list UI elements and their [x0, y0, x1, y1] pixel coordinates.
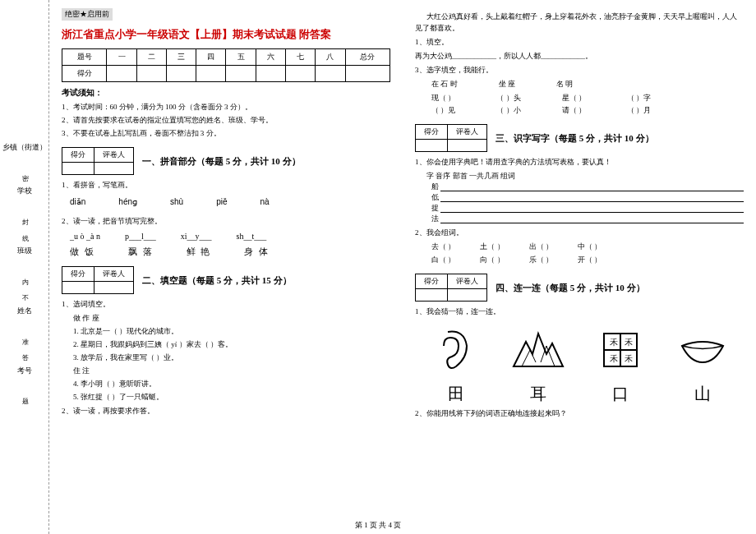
sec2-i5: 5. 张红捉（ ）了一只蜻蜓。 [73, 392, 390, 403]
sec3-q2: 2、我会组词。 [415, 228, 744, 238]
th-4: 四 [196, 49, 226, 66]
score-row-label: 得分 [62, 66, 107, 82]
svg-text:禾: 禾 [610, 354, 618, 363]
th-1: 一 [107, 49, 136, 66]
sec2-title: 二、填空题（每题 5 分，共计 15 分） [142, 274, 292, 287]
sec4-grader: 得分评卷人 [415, 274, 487, 302]
dict-header: 字 音序 部首 一共几画 组词 [426, 171, 744, 182]
sec2-q2: 2、读一读，再按要求作答。 [62, 406, 390, 417]
th-5: 五 [226, 49, 256, 66]
field-icon: 禾禾禾禾 [592, 325, 649, 375]
notice-header: 考试须知： [62, 87, 390, 99]
svg-text:禾: 禾 [625, 354, 633, 363]
th-0: 题号 [62, 49, 107, 66]
notice-1: 1、考试时间：60 分钟，满分为 100 分（含卷面分 3 分）。 [62, 102, 390, 113]
svg-text:禾: 禾 [610, 338, 618, 347]
paren-row-2: （ ）见 （ ）小 请（ ） （ ）月 [431, 105, 744, 116]
word-row-1: 去（ ） 土（ ） 出（ ） 中（ ） [431, 242, 744, 252]
right-column: 大红公鸡真好看，头上戴着红帽子，身上穿着花外衣，油亮脖子金黄脚，天天早上喔喔叫，… [415, 8, 744, 526]
sec1-q1: 1、看拼音，写笔画。 [62, 180, 390, 191]
sec1-q2: 2、读一读，把音节填写完整。 [62, 216, 390, 227]
paren-row-1: 现（ ） （ ）头 星（ ） （ ）字 [431, 93, 744, 104]
r-q3: 3、选字填空，我能行。 [415, 65, 744, 76]
sec4-title: 四、连一连（每题 5 分，共计 10 分） [496, 282, 645, 294]
notice-2: 2、请首先按要求在试卷的指定位置填写您的姓名、班级、学号。 [62, 115, 390, 126]
reading-text: 大红公鸡真好看，头上戴着红帽子，身上穿着花外衣，油亮脖子金黄脚，天天早上喔喔叫，… [415, 12, 744, 34]
sec4-q1: 1、我会猜一猜，连一连。 [415, 306, 744, 317]
sec2-words: 做 作 座 [73, 313, 390, 324]
bind-field-0: 乡镇（街道） [2, 142, 47, 153]
exam-title: 浙江省重点小学一年级语文【上册】期末考试试题 附答案 [62, 27, 390, 42]
dict-row-0: 船 [431, 182, 744, 192]
th-3: 三 [166, 49, 196, 66]
th-8: 八 [316, 49, 345, 66]
dict-row-3: 法 [431, 214, 744, 224]
pinyin-row: diǎn hénɡ shù piě nà [70, 197, 390, 206]
bind-field-3: 姓名 [17, 306, 32, 316]
big-char-row: 田 耳 口 山 [415, 383, 744, 405]
sec2-q1: 1、选词填空。 [62, 299, 390, 310]
th-9: 总分 [345, 49, 390, 66]
sec1-grader: 得分评卷人 [62, 147, 134, 175]
secret-label: 绝密★启用前 [62, 8, 113, 21]
sec2-i4: 4. 李小明（ ）意听听讲。 [73, 379, 390, 389]
bind-field-2: 班级 [17, 246, 32, 256]
th-2: 二 [136, 49, 166, 66]
sec2-i2: 2. 星期日，我跟妈妈到三姨（ yí ）家去（ ）客。 [73, 339, 390, 350]
notice-3: 3、不要在试卷上乱写乱画，卷面不整洁扣 3 分。 [62, 128, 390, 139]
sec2-i3: 3. 放学后，我在家里写（ ）业。 [73, 352, 390, 363]
score-table: 题号 一 二 三 四 五 六 七 八 总分 得分 [62, 48, 390, 82]
bind-field-4: 考号 [17, 366, 32, 376]
word-row-2: 白（ ） 向（ ） 乐（ ） 开（ ） [431, 255, 744, 265]
sec3-q1: 1、你会使用字典吧！请用查字典的方法填写表格，要认真！ [415, 157, 744, 168]
content-area: 绝密★启用前 浙江省重点小学一年级语文【上册】期末考试试题 附答案 题号 一 二… [49, 0, 756, 534]
sec2-grader: 得分评卷人 [62, 266, 134, 294]
dict-row-1: 低 [431, 192, 744, 203]
r-q1: 1、填空。 [415, 37, 744, 48]
bind-field-1: 学校 [17, 186, 32, 196]
sec1-title: 一、拼音部分（每题 5 分，共计 10 分） [142, 155, 301, 168]
char-row: 做 饭 飘 落 鲜 艳 身 体 [70, 246, 390, 258]
char-sel-1: 在 石 时 坐 座 名 明 [431, 79, 744, 90]
th-7: 七 [286, 49, 316, 66]
sec4-q2: 2、你能用线将下列的词语正确地连接起来吗？ [415, 408, 744, 419]
fill-row: _u ò _à n p___l___ xi__y___ sh__t___ [70, 232, 390, 241]
sec3-title: 三、识字写字（每题 5 分，共计 10 分） [496, 132, 654, 145]
sec2-i1: 1. 北京是一（ ）现代化的城市。 [73, 326, 390, 337]
left-column: 绝密★启用前 浙江省重点小学一年级语文【上册】期末考试试题 附答案 题号 一 二… [62, 8, 390, 526]
page-footer: 第 1 页 共 4 页 [0, 520, 756, 531]
sec2-words2: 住 注 [73, 366, 390, 376]
sec3-grader: 得分评卷人 [415, 124, 487, 152]
ear-icon [427, 325, 485, 375]
mouth-icon [674, 325, 731, 375]
svg-text:禾: 禾 [625, 338, 633, 347]
mountain-icon [509, 325, 567, 375]
th-6: 六 [256, 49, 285, 66]
dict-row-2: 捉 [431, 203, 744, 214]
binding-edge: 乡镇（街道） 密 学校 封 线 班级 内 不 姓名 准 答 考号 题 [0, 0, 49, 534]
picture-row: 禾禾禾禾 [415, 325, 744, 375]
r-q1-fill: 再为大公鸡____________，所以人人都____________。 [415, 51, 744, 62]
